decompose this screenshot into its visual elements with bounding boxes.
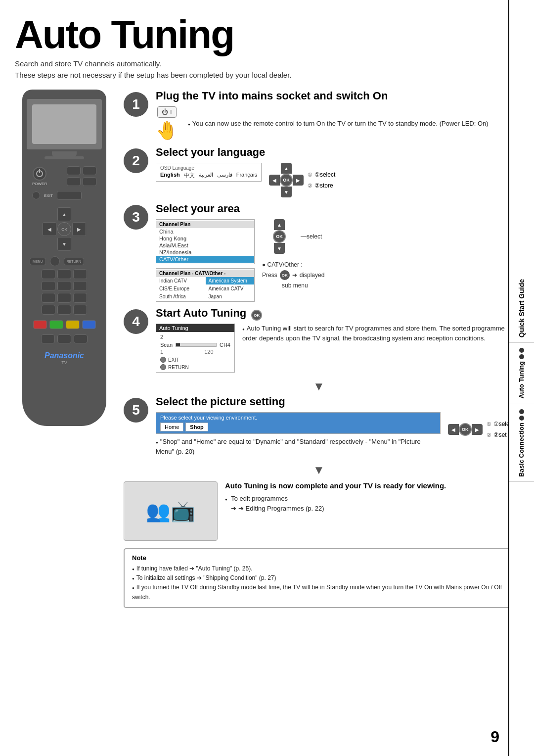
circled-2: ②: [308, 183, 312, 189]
extra-btn-row2: [27, 334, 101, 343]
num-btn-6[interactable]: [73, 281, 87, 291]
remote-btn[interactable]: [67, 177, 81, 186]
num-btn-5[interactable]: [57, 281, 71, 291]
step-3-content: Select your area Channel Plan China Hong…: [156, 202, 514, 302]
num-btn-7[interactable]: [42, 293, 55, 303]
page-title: Auto Tuning: [15, 15, 514, 54]
lang-chinese: 中文: [184, 172, 195, 179]
catv-grid: Indian CATV American System CIS/E.Europe…: [156, 277, 254, 300]
step-1-heading: Plug the TV into mains socket and switch…: [156, 90, 514, 102]
step-4-heading-row: Start Auto Tuning OK: [156, 307, 514, 324]
subtitle-line1: Search and store TV channels automatical…: [15, 58, 514, 70]
dpad-down-icon: ▼: [281, 187, 292, 197]
power-symbol-icon: ⏻: [162, 108, 168, 116]
num-btn-hash[interactable]: [73, 305, 87, 315]
return-button[interactable]: RETURN: [64, 258, 84, 265]
dpad-up-3: ▲: [274, 219, 285, 230]
exit-button[interactable]: [57, 191, 82, 200]
extra-btn2[interactable]: [57, 334, 71, 343]
dpad-up[interactable]: ▲: [57, 207, 71, 221]
osd-language-panel: OSD Language English 中文 العربية فارسی Fr…: [156, 163, 262, 182]
channel-item-china: China: [156, 228, 254, 235]
osd-label: OSD Language: [160, 165, 257, 171]
steps-column: 1 Plug the TV into mains socket and swit…: [124, 90, 514, 756]
sidebar-auto-tuning: Auto Tuning: [509, 343, 534, 404]
color-btn-green[interactable]: [49, 320, 63, 329]
step-2-osd-panel: OSD Language English 中文 العربية فارسی Fr…: [156, 163, 262, 182]
color-btn-yellow[interactable]: [66, 320, 80, 329]
menu-button[interactable]: MENU: [30, 258, 46, 265]
lang-farsi: فارسی: [217, 172, 232, 179]
step-4-text: Auto Tuning will start to search for TV …: [242, 324, 514, 343]
catv-american-system: American System: [206, 277, 255, 284]
step-3-heading: Select your area: [156, 202, 514, 215]
note-item-1: If tuning have failed ➔ "Auto Tuning" (p…: [132, 564, 506, 573]
ok-step4-icon: OK: [251, 310, 262, 321]
extra-btn1[interactable]: [41, 334, 55, 343]
editing-programmes-label: ➔ Editing Programmes (p. 22): [238, 504, 324, 514]
at-return-label: RETURN: [168, 365, 189, 370]
select-label-area: ① ①select: [308, 171, 335, 178]
remote-btn[interactable]: [83, 166, 96, 175]
dpad: ▲ ◀ OK ▶ ▼: [43, 207, 86, 251]
step-3: 3 Select your area Channel Plan China Ho…: [124, 202, 514, 302]
lang-english: English: [160, 172, 180, 179]
step-4-number: 4: [124, 309, 148, 334]
dot-auto-2: [519, 354, 524, 359]
step-1-body: ⏻ I 🤚 You can now use the remote control…: [156, 106, 514, 141]
num-btn-9[interactable]: [73, 293, 87, 303]
num-btn-star[interactable]: [42, 305, 55, 315]
step-3-panels: Channel Plan China Hong Kong Asia/M.East…: [156, 219, 255, 302]
at-title: Auto Tuning: [156, 324, 234, 332]
editing-programmes-row: ➔ ➔ Editing Programmes (p. 22): [231, 504, 514, 514]
num-btn-8[interactable]: [57, 293, 71, 303]
step-5-note: "Shop" and "Home" are equal to "Dynamic"…: [156, 437, 441, 456]
num-btn-4[interactable]: [42, 281, 55, 291]
catv-arrow-icon: ➔: [292, 272, 297, 279]
num-btn-3[interactable]: [73, 269, 87, 279]
step-4-content: Start Auto Tuning OK Auto Tuning 2 Scan: [156, 307, 514, 373]
circled-1-5: ①: [487, 421, 491, 427]
dpad-down[interactable]: ▼: [57, 237, 71, 251]
extra-btn-row: [27, 320, 101, 329]
brand-area: Panasonic TV: [44, 351, 84, 365]
extra-btn3[interactable]: [74, 334, 88, 343]
home-button[interactable]: Home: [160, 423, 183, 431]
at-bar-fill: [176, 343, 180, 346]
sidebar-basic-connection: Basic Connection: [509, 404, 534, 482]
power-button[interactable]: [33, 167, 46, 181]
dot-basic-2: [519, 416, 524, 421]
store-label: ②store: [314, 182, 333, 189]
step-5-heading: Select the picture setting: [156, 395, 514, 408]
at-exit-row: EXIT: [160, 357, 230, 363]
num-btn-1[interactable]: [42, 269, 55, 279]
catv-submenu-label: sub menu: [282, 282, 324, 289]
dpad-illustration-3: ▲ ▼ OK: [262, 219, 297, 254]
remote-btn[interactable]: [83, 177, 96, 186]
step-3-dpad-select: ▲ ▼ OK —select: [262, 219, 322, 254]
page-number: 9: [490, 728, 499, 746]
step-5-dpad-area: ◀ ▶ OK ① ①select ②: [448, 412, 514, 447]
page: Auto Tuning Search and store TV channels…: [0, 0, 534, 756]
num-btn-0[interactable]: [57, 305, 71, 315]
color-btn-blue[interactable]: [82, 320, 96, 329]
step-2-select-store: ① ①select ② ②store: [308, 171, 335, 189]
remote-column: POWER EXIT: [15, 90, 114, 756]
sidebar-right: Quick Start Guide Auto Tuning Basic Conn…: [508, 0, 534, 756]
at-progress-val: 1: [160, 349, 163, 355]
color-btn-red[interactable]: [33, 320, 47, 329]
shop-button[interactable]: Shop: [185, 423, 208, 431]
step-2-dpad-area: ▲ ▼ ◀ ▶ OK ① ①select: [269, 163, 335, 197]
num-btn-2[interactable]: [57, 269, 71, 279]
to-edit-label: To edit programmes: [231, 495, 288, 502]
step-3-body: Channel Plan China Hong Kong Asia/M.East…: [156, 219, 514, 302]
exit-label: EXIT: [44, 193, 53, 198]
step-4: 4 Start Auto Tuning OK Auto Tuning 2 Sc: [124, 307, 514, 373]
dpad-left[interactable]: ◀: [43, 222, 56, 236]
step-1-content: Plug the TV into mains socket and switch…: [156, 90, 514, 141]
dpad-right[interactable]: ▶: [72, 222, 86, 236]
remote-btn[interactable]: [67, 166, 81, 175]
dpad-left-5: ◀: [448, 424, 459, 435]
complete-section: 👥📺 Auto Tuning is now complete and your …: [124, 481, 514, 541]
ok-button[interactable]: OK: [57, 222, 71, 236]
